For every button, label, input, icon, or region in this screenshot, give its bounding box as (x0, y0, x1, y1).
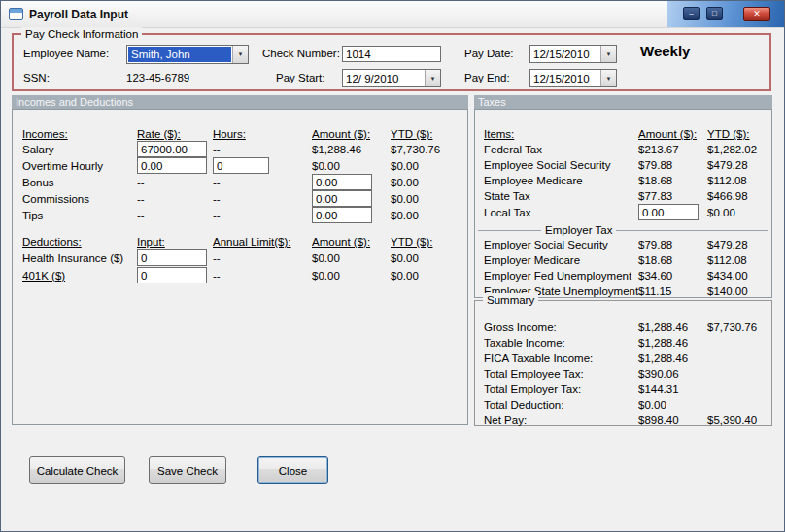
tax-row-employee-medicare: Employee Medicare $18.68 $112.08 (475, 174, 771, 189)
employer-tax-separator: Employer Tax (475, 223, 771, 239)
row-label-401k-link[interactable]: 401K ($) (22, 269, 65, 283)
ytd-value: $0.00 (707, 206, 735, 219)
summary-row-gross: Gross Income: $1,288.46 $7,730.76 (475, 320, 771, 336)
ytd-value: $0.00 (391, 209, 419, 222)
row-label: Total Employer Tax: (484, 382, 581, 396)
row-label: Commissions (22, 192, 89, 206)
tips-amount-input[interactable] (312, 207, 372, 223)
window-close-button[interactable]: ✕ (743, 7, 770, 21)
amount-value: $213.67 (638, 143, 679, 156)
separator-line (478, 230, 768, 231)
hours-value: -- (213, 143, 221, 156)
titlebar[interactable]: Payroll Data Input – □ ✕ (1, 1, 784, 28)
pay-frequency-label: Weekly (640, 43, 690, 59)
limit-value: -- (213, 269, 221, 283)
bonus-amount-input[interactable] (312, 174, 372, 190)
row-label: Total Deduction: (484, 398, 563, 412)
amount-value: $898.40 (638, 414, 679, 427)
income-row-overtime: Overtime Hourly $0.00 $0.00 (13, 159, 467, 175)
deduction-row-401k: 401K ($) -- $0.00 $0.00 (13, 269, 467, 284)
deduction-row-health-insurance: Health Insurance ($) -- $0.00 $0.00 (13, 251, 467, 267)
maximize-button[interactable]: □ (706, 7, 723, 20)
col-header-ytd: YTD ($): (707, 127, 749, 141)
col-header-amount: Amount ($): (312, 235, 370, 249)
ytd-value: $0.00 (391, 192, 419, 206)
row-label: Gross Income: (484, 320, 557, 334)
pay-date-picker[interactable]: 12/15/2010 ▼ (529, 45, 617, 63)
amount-value: $0.00 (312, 269, 340, 283)
rate-value: -- (137, 176, 145, 189)
salary-rate-input[interactable] (137, 141, 207, 157)
amount-value: $34.60 (638, 269, 672, 283)
close-icon: ✕ (753, 10, 761, 18)
deductions-header-row: Deductions: Input: Annual Limit($): Amou… (13, 235, 467, 250)
row-label: Overtime Hourly (22, 159, 103, 173)
401k-input[interactable] (137, 267, 207, 283)
check-number-label: Check Number: (262, 48, 340, 59)
pay-end-picker[interactable]: 12/15/2010 ▼ (529, 69, 617, 87)
col-header-rate: Rate ($): (137, 127, 181, 141)
chevron-down-icon[interactable]: ▼ (600, 46, 616, 62)
amount-value: $1,288.46 (638, 351, 688, 365)
local-tax-input[interactable] (638, 204, 699, 220)
tax-row-state: State Tax $77.83 $466.98 (475, 189, 771, 205)
ytd-value: $112.08 (707, 253, 747, 267)
amount-value: $390.06 (638, 367, 679, 381)
amount-value: $0.00 (312, 251, 340, 265)
check-number-input[interactable] (342, 46, 441, 62)
amount-value: $1,288.46 (638, 336, 688, 349)
employee-name-value: Smith, John (128, 47, 231, 62)
row-label: Employee Social Security (484, 158, 610, 172)
close-dialog-button[interactable]: Close (257, 456, 328, 484)
amount-value: $18.68 (638, 174, 672, 187)
amount-value: $77.83 (638, 189, 672, 203)
ytd-value: $0.00 (391, 159, 419, 173)
calculate-check-button[interactable]: Calculate Check (29, 456, 125, 484)
col-header-hours: Hours: (213, 127, 246, 141)
summary-row-net-pay: Net Pay: $898.40 $5,390.40 (475, 414, 771, 429)
employee-name-label: Employee Name: (23, 48, 109, 59)
tax-row-federal: Federal Tax $213.67 $1,282.02 (475, 143, 771, 158)
row-label: Total Employee Tax: (484, 367, 584, 381)
save-check-button[interactable]: Save Check (149, 456, 226, 484)
col-header-items: Items: (484, 127, 514, 141)
employee-name-select[interactable]: Smith, John ▼ (126, 45, 249, 64)
row-label: Employee Medicare (484, 174, 583, 187)
col-header-annual-limit: Annual Limit($): (213, 235, 291, 249)
incomes-panel: Incomes: Rate ($): Hours: Amount ($): YT… (12, 109, 468, 425)
row-label: Employer Medicare (484, 253, 580, 267)
commissions-amount-input[interactable] (312, 190, 372, 207)
ytd-value: $7,730.76 (391, 143, 440, 156)
ytd-value: $5,390.40 (707, 414, 757, 427)
hours-value: -- (213, 176, 221, 189)
ytd-value: $479.28 (707, 238, 748, 251)
summary-row-taxable: Taxable Income: $1,288.46 (475, 336, 771, 351)
ytd-value: $0.00 (391, 176, 419, 189)
col-header-ytd: YTD ($): (391, 235, 432, 249)
pay-start-picker[interactable]: 12/ 9/2010 ▼ (342, 69, 441, 87)
minimize-icon: – (689, 10, 693, 17)
row-label: Employer Fed Unemployment (484, 269, 631, 283)
col-header-input: Input: (137, 235, 165, 249)
chevron-down-icon[interactable]: ▼ (232, 46, 248, 63)
chevron-down-icon[interactable]: ▼ (600, 70, 616, 86)
hours-value: -- (213, 192, 221, 206)
amount-value: $1,288.46 (312, 143, 361, 156)
overtime-rate-input[interactable] (137, 157, 207, 174)
amount-value: $11.15 (638, 284, 671, 298)
hours-value: -- (213, 209, 221, 222)
tax-row-employee-social-security: Employee Social Security $79.88 $479.28 (475, 158, 771, 174)
summary-row-total-deduction: Total Deduction: $0.00 (475, 398, 771, 414)
col-header-ytd: YTD ($): (391, 127, 432, 141)
ytd-value: $112.08 (707, 174, 747, 187)
rate-value: -- (137, 192, 145, 206)
summary-row-total-employee-tax: Total Employee Tax: $390.06 (475, 367, 771, 382)
pay-end-value: 12/15/2010 (530, 72, 600, 85)
pay-end-label: Pay End: (464, 72, 510, 83)
tax-row-employer-medicare: Employer Medicare $18.68 $112.08 (475, 253, 771, 269)
health-insurance-input[interactable] (137, 249, 207, 266)
row-label: Salary (22, 143, 54, 156)
chevron-down-icon[interactable]: ▼ (425, 70, 440, 86)
minimize-button[interactable]: – (683, 7, 700, 20)
overtime-hours-input[interactable] (213, 157, 269, 174)
